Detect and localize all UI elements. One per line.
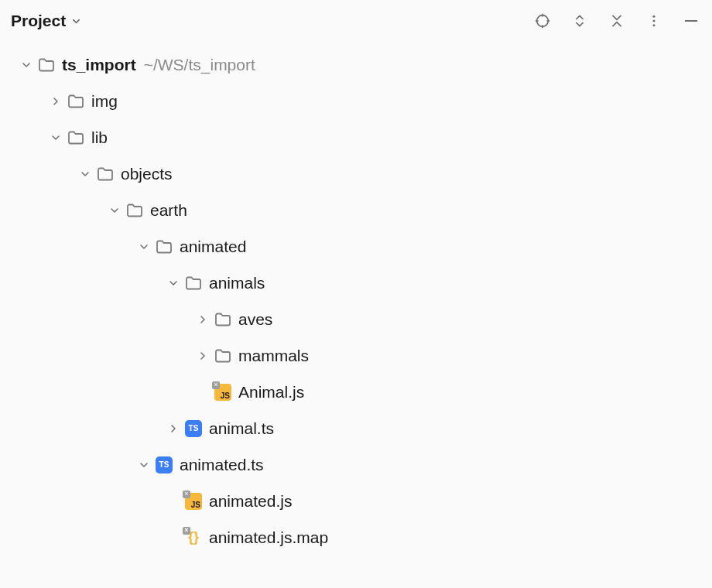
more-vertical-icon[interactable] <box>644 11 664 31</box>
panel-title: Project <box>11 12 66 30</box>
ts-file-icon: TS <box>184 419 203 438</box>
chevron-down-icon[interactable] <box>133 459 155 471</box>
tree-node-label: animated.js <box>209 492 292 511</box>
tree-node[interactable]: ts_import~/WS/ts_import <box>0 46 712 83</box>
chevron-down-icon[interactable] <box>74 168 96 180</box>
tree-node-label: earth <box>150 201 187 220</box>
tree-node[interactable]: TSanimated.ts <box>0 446 712 483</box>
folder-icon <box>96 165 115 183</box>
tree-node[interactable]: img <box>0 83 712 119</box>
ts-file-icon: TS <box>155 456 173 474</box>
folder-icon <box>214 347 232 365</box>
folder-icon <box>67 128 85 147</box>
js-file-icon: JS <box>214 383 232 402</box>
tree-node[interactable]: mammals <box>0 337 712 374</box>
minimize-icon[interactable] <box>681 11 701 31</box>
folder-icon <box>37 56 56 74</box>
tree-node[interactable]: objects <box>0 156 712 192</box>
folder-icon <box>125 201 144 220</box>
svg-point-6 <box>653 20 656 22</box>
tree-node-label: img <box>91 92 118 111</box>
map-file-icon: {} <box>184 528 203 547</box>
chevron-down-icon[interactable] <box>163 277 184 289</box>
svg-point-5 <box>653 15 656 18</box>
tree-node[interactable]: JSAnimal.js <box>0 374 712 410</box>
chevron-down-icon[interactable] <box>133 241 155 253</box>
folder-icon <box>155 238 173 256</box>
tree-node-label: lib <box>91 128 108 147</box>
chevron-right-icon[interactable] <box>192 350 214 362</box>
tree-node[interactable]: aves <box>0 301 712 337</box>
chevron-down-icon <box>70 15 82 27</box>
tree-node-label: ts_import <box>62 56 136 74</box>
tree-node-label: animated.js.map <box>209 528 328 547</box>
chevron-down-icon[interactable] <box>104 204 125 217</box>
chevron-right-icon[interactable] <box>192 313 214 326</box>
target-icon[interactable] <box>532 11 553 31</box>
chevron-down-icon[interactable] <box>15 59 37 71</box>
tree-node[interactable]: lib <box>0 119 712 156</box>
tree-node[interactable]: earth <box>0 192 712 228</box>
tree-node[interactable]: TSanimal.ts <box>0 410 712 446</box>
folder-icon <box>67 92 85 111</box>
tree-node-label: mammals <box>238 347 309 365</box>
chevron-right-icon[interactable] <box>163 422 184 435</box>
tree-node-path: ~/WS/ts_import <box>144 56 255 74</box>
tree-node-label: Animal.js <box>238 383 304 402</box>
folder-icon <box>184 274 203 292</box>
js-file-icon: JS <box>184 492 203 511</box>
tree-node-label: animated.ts <box>180 456 264 474</box>
tree-node-label: animal.ts <box>209 419 274 438</box>
panel-header: Project <box>0 0 712 43</box>
project-tree: ts_import~/WS/ts_importimglibobjectseart… <box>0 43 712 556</box>
tree-node-label: animals <box>209 274 265 292</box>
svg-point-7 <box>653 24 656 26</box>
tree-node[interactable]: {}animated.js.map <box>0 519 712 556</box>
svg-point-0 <box>537 15 549 27</box>
collapse-all-icon[interactable] <box>607 11 627 31</box>
tree-node-label: animated <box>180 238 246 256</box>
chevron-right-icon[interactable] <box>45 95 67 108</box>
tree-node-label: objects <box>121 165 173 183</box>
tree-node[interactable]: animals <box>0 265 712 301</box>
tree-node[interactable]: animated <box>0 228 712 265</box>
panel-toolbar <box>532 11 701 31</box>
chevron-down-icon[interactable] <box>45 132 67 144</box>
expand-collapse-icon[interactable] <box>570 11 590 31</box>
folder-icon <box>214 310 232 329</box>
tree-node[interactable]: JSanimated.js <box>0 483 712 519</box>
tree-node-label: aves <box>238 310 272 329</box>
panel-title-group[interactable]: Project <box>11 12 82 30</box>
